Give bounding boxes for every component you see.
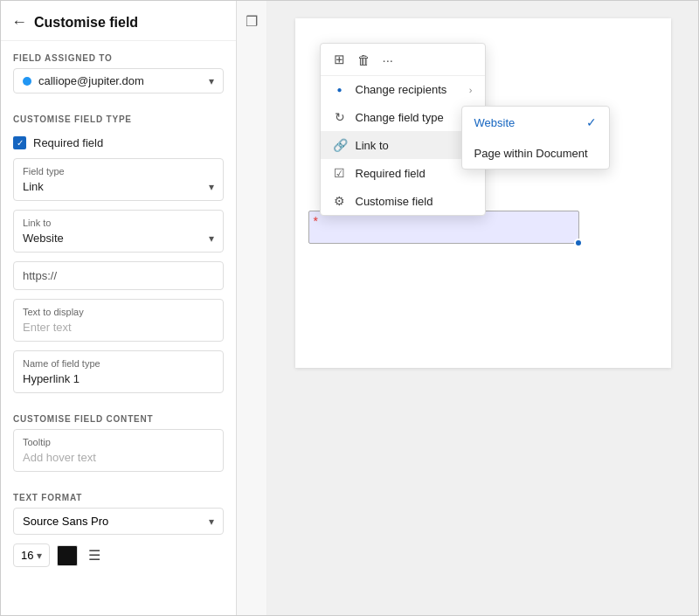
text-display-label: Text to display (23, 307, 214, 317)
page-within-doc-label: Page within Document (474, 147, 588, 160)
customise-field-item[interactable]: ⚙ Customise field (321, 187, 485, 215)
panel-title: Customise field (34, 15, 138, 31)
chevron-down-icon: ▾ (209, 75, 214, 87)
required-field-label: Required field (356, 167, 426, 180)
link-to-group: Link to Website ▾ (13, 210, 224, 253)
assigned-email: calliope@jupiter.dom (38, 74, 202, 87)
tooltip-input[interactable]: Add hover text (23, 451, 96, 464)
field-type-select[interactable]: Link ▾ (23, 180, 214, 193)
field-assigned-label: FIELD ASSIGNED TO (1, 41, 236, 68)
change-field-type-item[interactable]: ↻ Change field type › (321, 103, 485, 131)
tooltip-label: Tooltip (23, 437, 214, 447)
change-recipients-item[interactable]: ● Change recipients › (321, 76, 485, 103)
back-button[interactable]: ← (11, 13, 27, 31)
required-field-checkbox[interactable] (13, 136, 26, 149)
font-size-chevron: ▾ (37, 550, 42, 562)
document-canvas: ⊞ 🗑 ··· ● Change recipients › ↻ Change f… (295, 18, 671, 368)
link-to-item[interactable]: 🔗 Link to › (321, 131, 485, 159)
field-name-value[interactable]: Hyperlink 1 (23, 372, 80, 385)
customise-field-label: Customise field (356, 195, 433, 208)
text-display-group: Text to display Enter text (13, 299, 224, 342)
link-to-label: Link to (356, 139, 389, 152)
text-format-label: TEXT FORMAT (1, 481, 236, 508)
field-type-value: Link (23, 180, 44, 193)
link-to-select[interactable]: Website ▾ (23, 232, 214, 245)
customise-content-label: CUSTOMISE FIELD CONTENT (1, 402, 236, 429)
customise-type-label: CUSTOMISE FIELD TYPE (1, 102, 236, 129)
refresh-icon: ↻ (333, 110, 347, 124)
text-display-input[interactable]: Enter text (23, 321, 72, 334)
grid-icon: ⊞ (334, 52, 345, 66)
field-type-group: Field type Link ▾ (13, 158, 224, 201)
website-label: Website (474, 116, 516, 129)
field-type-label: Field type (23, 166, 214, 176)
context-menu-toolbar: ⊞ 🗑 ··· (321, 44, 485, 76)
page-within-doc-option[interactable]: Page within Document (462, 138, 609, 169)
check-icon: ✓ (586, 115, 597, 129)
settings-icon: ⚙ (333, 194, 347, 208)
change-field-type-label: Change field type (356, 111, 444, 124)
font-tools-row: 16 ▾ ☰ (13, 543, 224, 567)
more-tool-button[interactable]: ··· (378, 50, 398, 70)
font-select[interactable]: Source Sans Pro ▾ (13, 508, 224, 535)
status-dot (23, 77, 31, 86)
copy-button[interactable]: ❐ (246, 8, 258, 35)
change-recipients-label: Change recipients (356, 83, 447, 96)
required-field-item[interactable]: ☑ Required field (321, 159, 485, 187)
right-area: ⊞ 🗑 ··· ● Change recipients › ↻ Change f… (267, 1, 698, 615)
copy-icon: ❐ (246, 14, 258, 29)
required-field-row[interactable]: Required field (13, 136, 224, 149)
grid-tool-button[interactable]: ⊞ (329, 49, 350, 70)
field-name-label: Name of field type (23, 358, 214, 369)
assigned-to-dropdown[interactable]: calliope@jupiter.dom ▾ (13, 68, 224, 93)
circle-icon: ● (333, 85, 347, 94)
color-swatch[interactable] (57, 545, 78, 566)
more-icon: ··· (383, 52, 394, 67)
chevron-right-icon: › (469, 85, 473, 95)
url-input[interactable]: https:// (23, 269, 57, 282)
field-type-chevron: ▾ (209, 181, 214, 193)
field-name-group: Name of field type Hyperlink 1 (13, 350, 224, 393)
tooltip-group: Tooltip Add hover text (13, 429, 224, 472)
link-to-label: Link to (23, 218, 214, 228)
resize-handle[interactable] (574, 239, 583, 247)
checkbox-icon: ☑ (333, 166, 347, 180)
font-size-select[interactable]: 16 ▾ (13, 543, 50, 567)
website-option[interactable]: Website ✓ (462, 107, 609, 138)
font-value: Source Sans Pro (23, 515, 108, 528)
trash-icon: 🗑 (357, 52, 370, 67)
delete-tool-button[interactable]: 🗑 (353, 50, 375, 70)
link-to-chevron: ▾ (209, 232, 214, 245)
text-align-button[interactable]: ☰ (85, 545, 104, 565)
font-size-value: 16 (21, 549, 33, 562)
url-group[interactable]: https:// (13, 261, 224, 290)
required-field-label: Required field (33, 136, 103, 149)
link-to-value: Website (23, 232, 64, 245)
sidebar-strip: ❐ (237, 1, 267, 615)
required-asterisk: * (314, 214, 318, 228)
panel-header: ← Customise field (1, 1, 236, 41)
link-to-submenu: Website ✓ Page within Document (461, 106, 610, 170)
font-chevron: ▾ (209, 516, 214, 528)
link-icon: 🔗 (333, 138, 347, 152)
left-panel: ← Customise field FIELD ASSIGNED TO call… (1, 1, 237, 615)
